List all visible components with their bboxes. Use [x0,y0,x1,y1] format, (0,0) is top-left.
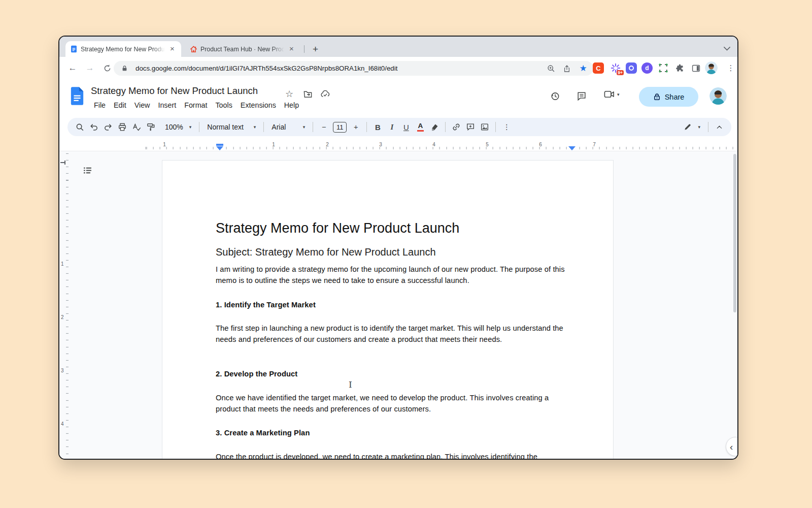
divider [313,122,313,132]
forward-button[interactable]: → [83,61,97,75]
doc-paragraph[interactable]: The first step in launching a new produc… [216,323,566,345]
doc-subject-line[interactable]: Subject: Strategy Memo for New Product L… [216,246,566,258]
spell-check-icon[interactable] [129,120,144,134]
decrease-font-size-button[interactable]: − [317,120,331,134]
bookmark-star-icon[interactable]: ★ [577,62,590,75]
star-document-icon[interactable]: ☆ [283,87,296,101]
zoom-in-icon[interactable] [544,62,557,75]
extension-purple-circle-icon[interactable]: d [641,62,653,74]
meet-call-button[interactable]: ▾ [603,89,620,100]
share-button[interactable]: Share [639,87,698,107]
font-select[interactable]: Arial ▾ [267,123,309,131]
extension-burst-icon[interactable]: 9+ [610,62,621,74]
extension-purple-square-icon[interactable] [626,62,637,74]
comments-icon[interactable] [574,89,589,103]
menu-file[interactable]: File [90,100,110,111]
hide-menus-icon[interactable] [712,120,726,134]
italic-button[interactable]: I [385,120,399,134]
paint-format-icon[interactable] [144,120,158,134]
horizontal-ruler[interactable]: 1 1 2 3 4 5 6 7 [59,141,737,151]
share-label: Share [665,93,685,101]
chevron-down-icon: ▾ [303,124,306,130]
extension-clickup-icon[interactable]: C [593,62,604,74]
undo-icon[interactable] [87,120,101,134]
font-value: Arial [272,123,286,131]
insert-link-icon[interactable] [449,120,463,134]
print-icon[interactable] [115,120,129,134]
doc-heading-title[interactable]: Strategy Memo for New Product Launch [216,220,566,236]
desktop-background: { "colors": { "desktop_bg": "#fce5c5", "… [0,0,812,508]
ruler-mark: 6 [539,142,542,147]
highlight-color-button[interactable] [427,120,442,134]
chevron-down-icon[interactable]: ▾ [617,92,620,97]
home-favicon [190,45,197,53]
side-panel-icon[interactable] [690,62,701,74]
menu-view[interactable]: View [130,100,154,111]
redo-icon[interactable] [101,120,115,134]
more-options-icon[interactable]: ⋮ [499,120,514,134]
doc-section-heading[interactable]: 2. Develop the Product [216,369,566,380]
zoom-select[interactable]: 100% ▾ [161,123,195,131]
tab-product-team-hub[interactable]: Product Team Hub · New Produ × [185,41,300,57]
text-color-button[interactable]: A [413,120,427,134]
menu-edit[interactable]: Edit [110,100,130,111]
left-indent-marker[interactable] [216,144,223,150]
divider [708,122,708,132]
address-bar[interactable]: docs.google.com/document/d/1ilGI7tAJRTh5… [114,61,593,76]
reload-button[interactable] [100,61,114,75]
document-status-cloud-icon[interactable] [319,87,332,101]
tab-close-icon[interactable]: × [168,45,177,53]
browser-menu-icon[interactable]: ⋮ [724,61,737,75]
document-page[interactable]: Strategy Memo for New Product Launch Sub… [162,160,614,460]
new-tab-button[interactable]: + [309,43,322,55]
move-to-folder-icon[interactable] [301,87,314,101]
doc-paragraph-intro[interactable]: I am writing to provide a strategy memo … [216,264,566,286]
paragraph-style-select[interactable]: Normal text ▾ [203,123,260,131]
search-menus-icon[interactable] [73,120,87,134]
doc-paragraph[interactable]: Once we have identified the target marke… [216,393,566,415]
bold-button[interactable]: B [370,120,385,134]
version-history-icon[interactable] [548,89,562,103]
doc-section-heading[interactable]: 3. Create a Marketing Plan [216,428,566,439]
divider [495,122,496,132]
editing-mode-select[interactable]: ▾ [680,123,704,131]
doc-paragraph[interactable]: Once the product is developed, we need t… [216,452,566,460]
docs-toolbar: 100% ▾ Normal text ▾ Arial ▾ − 11 + B I … [67,118,731,136]
tab-strategy-memo[interactable]: Strategy Memo for New Produc × [65,41,181,57]
extension-capture-icon[interactable] [658,62,669,74]
back-button[interactable]: ← [65,61,80,75]
tab-title: Product Team Hub · New Produ [200,46,284,53]
tab-search-chevron-icon[interactable] [723,44,732,51]
underline-button[interactable]: U [399,120,413,134]
lock-icon [653,93,661,101]
menu-help[interactable]: Help [280,100,303,111]
menu-tools[interactable]: Tools [211,100,236,111]
share-page-icon[interactable] [560,62,573,75]
extensions-puzzle-icon[interactable] [674,62,685,74]
menu-extensions[interactable]: Extensions [236,100,280,111]
right-indent-marker[interactable] [568,146,576,150]
menu-format[interactable]: Format [180,100,211,111]
vertical-ruler[interactable] [66,152,69,460]
show-document-outline-icon[interactable] [81,164,93,176]
browser-profile-avatar[interactable] [705,61,718,74]
menu-insert[interactable]: Insert [154,100,180,111]
account-avatar[interactable] [709,87,727,105]
document-title-field[interactable]: Strategy Memo for New Product Launch [91,85,258,97]
top-margin-handle[interactable] [60,162,65,163]
browser-window: Strategy Memo for New Produc × Product T… [58,36,738,460]
lock-icon[interactable] [118,62,131,75]
font-size-field[interactable]: 11 [333,122,347,133]
google-docs-icon[interactable] [70,86,84,108]
url-text[interactable]: docs.google.com/document/d/1ilGI7tAJRTh5… [136,65,544,72]
add-comment-icon[interactable] [463,120,478,134]
ruler-mark: 1 [61,261,64,267]
increase-font-size-button[interactable]: + [349,120,363,134]
show-side-panel-button[interactable]: ‹ [726,437,737,456]
tab-close-icon[interactable]: × [287,45,296,53]
docs-header: Strategy Memo for New Product Launch ☆ F… [59,80,737,118]
vertical-scrollbar[interactable] [733,154,736,312]
doc-section-heading[interactable]: 1. Identify the Target Market [216,300,566,311]
ruler-mark: 2 [326,142,329,147]
insert-image-icon[interactable] [478,120,492,134]
